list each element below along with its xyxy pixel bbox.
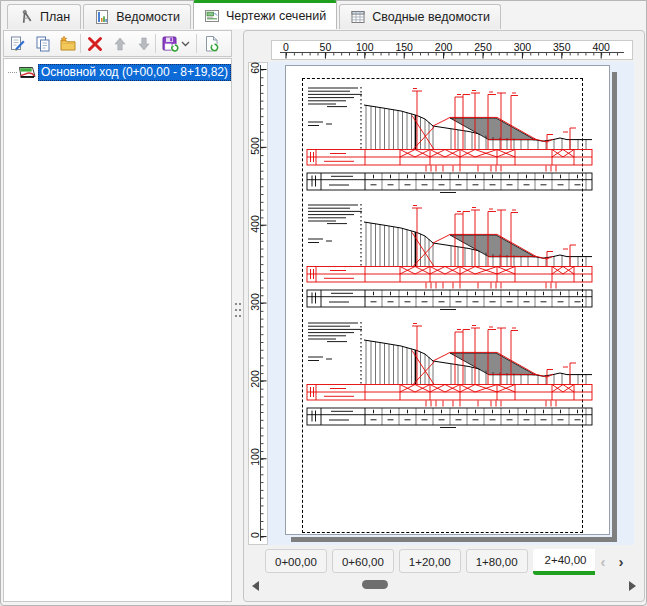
picket-tab-3[interactable]: 1+80,00	[466, 549, 528, 573]
v-ruler-label: 100	[249, 445, 261, 469]
save-dropdown-button[interactable]	[179, 32, 192, 55]
horizontal-scrollbar[interactable]	[250, 578, 638, 594]
chevron-down-icon	[181, 41, 190, 47]
summary-table-icon	[350, 9, 366, 25]
edit-icon	[9, 35, 27, 53]
tab-section-drawings[interactable]: Чертежи сечений	[193, 0, 337, 29]
refresh-button[interactable]	[200, 32, 224, 55]
move-up-button[interactable]	[108, 32, 132, 55]
h-ruler-label: 350	[553, 41, 571, 53]
delete-button[interactable]	[83, 32, 107, 55]
scroll-right-arrow-icon[interactable]	[629, 581, 636, 591]
tab-summary-statements[interactable]: Сводные ведомости	[339, 4, 501, 29]
edit-button[interactable]	[6, 32, 30, 55]
h-ruler-label: 50	[320, 41, 332, 53]
cross-sections-svg	[286, 66, 609, 534]
drawing-panel: 0 50 100 150 200 250 300 350 400	[243, 30, 645, 602]
arrow-up-icon	[111, 35, 129, 53]
move-down-button[interactable]	[132, 32, 156, 55]
compass-icon	[18, 9, 34, 25]
toolbar-separator	[80, 34, 81, 53]
picket-tab-1[interactable]: 0+60,00	[332, 549, 394, 573]
page-shadow-right	[612, 72, 617, 541]
picket-tabs-prev-button[interactable]: ‹	[596, 551, 610, 573]
copy-button[interactable]	[31, 32, 55, 55]
v-ruler-label: 60	[249, 56, 261, 80]
h-ruler-label: 150	[395, 41, 413, 53]
picket-tab-4-active[interactable]: 2+40,00	[533, 549, 595, 575]
picket-tab-2[interactable]: 1+20,00	[399, 549, 461, 573]
drawing-sheet	[285, 65, 610, 535]
picket-tab-0[interactable]: 0+00,00	[265, 549, 327, 573]
arrow-down-icon	[135, 35, 153, 53]
tree-item-label: Основной ход (0+00,00 - 8+19,82)	[38, 64, 231, 81]
top-tabbar: План Ведомости Чертежи сечений	[7, 2, 501, 29]
page-shadow-bottom	[291, 537, 617, 542]
toolbar-separator	[155, 34, 156, 53]
vertical-ruler: 60 500 400 300 200 100 0	[248, 62, 268, 545]
drawing-canvas[interactable]	[268, 62, 634, 545]
panel-splitter[interactable]	[232, 30, 243, 602]
refresh-document-icon	[203, 35, 221, 53]
scroll-left-arrow-icon[interactable]	[252, 581, 259, 591]
cross-section-1	[307, 87, 592, 193]
h-ruler-label: 200	[435, 41, 453, 53]
horizontal-ruler: 0 50 100 150 200 250 300 350 400	[271, 40, 633, 60]
section-run-icon	[18, 66, 36, 79]
tab-label: Сводные ведомости	[372, 10, 490, 24]
save-icon	[161, 35, 180, 53]
h-ruler-label: 400	[592, 41, 610, 53]
picket-tabs-next-button[interactable]: ›	[614, 551, 628, 573]
splitter-grip	[234, 302, 241, 318]
tab-vedomosti[interactable]: Ведомости	[83, 4, 191, 29]
v-ruler-label: 300	[249, 290, 261, 314]
h-ruler-label: 0	[283, 41, 289, 53]
section-drawing-icon	[204, 8, 220, 24]
new-folder-icon	[59, 35, 77, 53]
new-folder-button[interactable]	[56, 32, 80, 55]
tab-label: Ведомости	[116, 10, 180, 24]
tab-label: План	[40, 10, 70, 24]
v-ruler-label: 500	[249, 134, 261, 158]
scrollbar-thumb[interactable]	[362, 580, 388, 589]
tree-branch-line	[8, 72, 17, 73]
tree-item-main-run[interactable]: Основной ход (0+00,00 - 8+19,82)	[4, 63, 231, 81]
v-ruler-label: 200	[249, 367, 261, 391]
sections-tree: Основной ход (0+00,00 - 8+19,82)	[3, 58, 232, 602]
left-toolbar	[3, 30, 232, 57]
app-window: План Ведомости Чертежи сечений	[0, 0, 647, 606]
copy-icon	[34, 35, 52, 53]
cross-section-2	[307, 204, 592, 310]
delete-icon	[86, 35, 104, 53]
report-chart-icon	[94, 9, 110, 25]
h-ruler-label: 100	[356, 41, 374, 53]
cross-section-3	[307, 322, 592, 428]
picket-tabbar: 0+00,000+60,001+20,001+80,002+40,003+00,…	[265, 549, 595, 576]
toolbar-separator	[196, 34, 197, 53]
v-ruler-label: 0	[249, 523, 261, 547]
tab-label: Чертежи сечений	[226, 9, 326, 23]
h-ruler-label: 300	[514, 41, 532, 53]
h-ruler-label: 250	[474, 41, 492, 53]
v-ruler-label: 400	[249, 212, 261, 236]
tab-plan[interactable]: План	[7, 4, 81, 29]
